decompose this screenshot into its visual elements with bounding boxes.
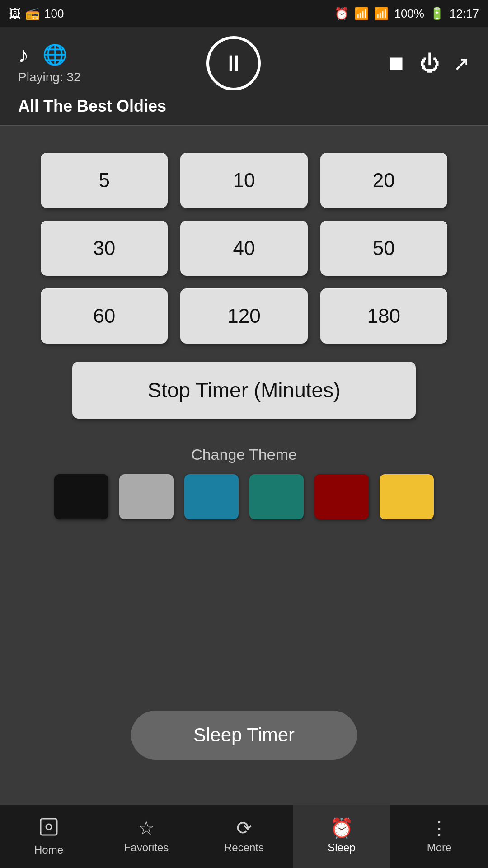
theme-swatch-blue[interactable] bbox=[184, 474, 239, 519]
player-right: ⏹ ⏻ ↗ bbox=[386, 52, 470, 75]
nav-label-favorites: Favorites bbox=[124, 841, 169, 854]
wifi-icon: 📶 bbox=[354, 7, 369, 21]
theme-swatch-darkred[interactable] bbox=[314, 474, 369, 519]
timer-btn-120[interactable]: 120 bbox=[180, 288, 307, 344]
bottom-nav: Home ☆ Favorites ⟳ Recents ⏰ Sleep ⋮ Mor… bbox=[0, 805, 488, 868]
more-icon: ⋮ bbox=[430, 819, 449, 838]
nav-item-recents[interactable]: ⟳ Recents bbox=[195, 805, 293, 868]
status-bar: 🖼 📻 100 ⏰ 📶 📶 100% 🔋 12:17 bbox=[0, 0, 488, 27]
status-bar-left: 🖼 📻 100 bbox=[9, 7, 64, 21]
nav-item-favorites[interactable]: ☆ Favorites bbox=[98, 805, 195, 868]
radio-icon: 📻 bbox=[25, 7, 40, 21]
nav-item-sleep[interactable]: ⏰ Sleep bbox=[293, 805, 390, 868]
globe-icon: 🌐 bbox=[42, 43, 67, 66]
timer-btn-50[interactable]: 50 bbox=[320, 221, 447, 276]
clock: 12:17 bbox=[450, 7, 479, 21]
nav-label-recents: Recents bbox=[224, 841, 264, 854]
timer-btn-10[interactable]: 10 bbox=[180, 153, 307, 208]
theme-swatch-black[interactable] bbox=[54, 474, 108, 519]
power-icon[interactable]: ⏻ bbox=[420, 52, 440, 75]
nav-label-home: Home bbox=[34, 844, 63, 856]
timer-btn-5[interactable]: 5 bbox=[41, 153, 168, 208]
theme-title: Change Theme bbox=[191, 446, 297, 463]
sleep-icon: ⏰ bbox=[330, 819, 353, 838]
battery-icon: 🔋 bbox=[430, 7, 444, 21]
svg-rect-0 bbox=[41, 819, 57, 835]
station-name: All The Best Oldies bbox=[18, 97, 470, 116]
home-icon bbox=[39, 817, 59, 840]
sleep-timer-button[interactable]: Sleep Timer bbox=[131, 711, 357, 760]
theme-swatch-teal[interactable] bbox=[249, 474, 304, 519]
sleep-timer-section: Sleep Timer bbox=[27, 519, 461, 787]
pause-icon: ⏸ bbox=[222, 50, 245, 76]
timer-grid: 5 10 20 30 40 50 60 120 180 bbox=[41, 153, 447, 344]
signal-strength: 100 bbox=[44, 7, 64, 21]
share-icon[interactable]: ↗ bbox=[453, 52, 470, 75]
alarm-icon: ⏰ bbox=[334, 7, 349, 21]
recents-icon: ⟳ bbox=[236, 819, 252, 838]
timer-btn-40[interactable]: 40 bbox=[180, 221, 307, 276]
photo-icon: 🖼 bbox=[9, 7, 21, 21]
cellular-icon: 📶 bbox=[374, 7, 389, 21]
theme-swatch-yellow[interactable] bbox=[380, 474, 434, 519]
music-note-icon: ♪ bbox=[18, 42, 29, 67]
nav-label-more: More bbox=[427, 841, 452, 854]
star-icon: ☆ bbox=[138, 819, 155, 838]
nav-label-sleep: Sleep bbox=[328, 841, 355, 854]
timer-btn-60[interactable]: 60 bbox=[41, 288, 168, 344]
timer-btn-20[interactable]: 20 bbox=[320, 153, 447, 208]
player-header: ♪ 🌐 Playing: 32 ⏸ ⏹ ⏻ ↗ All The Best Old… bbox=[0, 27, 488, 125]
timer-btn-180[interactable]: 180 bbox=[320, 288, 447, 344]
nav-item-home[interactable]: Home bbox=[0, 805, 98, 868]
svg-point-1 bbox=[46, 824, 52, 830]
theme-swatch-gray[interactable] bbox=[119, 474, 174, 519]
playing-label: Playing: 32 bbox=[18, 70, 81, 85]
player-left: ♪ 🌐 Playing: 32 bbox=[18, 42, 81, 85]
status-bar-right: ⏰ 📶 📶 100% 🔋 12:17 bbox=[334, 7, 479, 21]
timer-btn-30[interactable]: 30 bbox=[41, 221, 168, 276]
nav-item-more[interactable]: ⋮ More bbox=[390, 805, 488, 868]
stop-timer-button[interactable]: Stop Timer (Minutes) bbox=[72, 362, 416, 419]
stop-icon[interactable]: ⏹ bbox=[386, 52, 406, 75]
pause-button[interactable]: ⏸ bbox=[206, 36, 261, 90]
theme-section: Change Theme bbox=[27, 446, 461, 519]
main-content: 5 10 20 30 40 50 60 120 180 Stop Timer (… bbox=[0, 126, 488, 805]
theme-colors bbox=[54, 474, 434, 519]
battery-label: 100% bbox=[394, 7, 424, 21]
